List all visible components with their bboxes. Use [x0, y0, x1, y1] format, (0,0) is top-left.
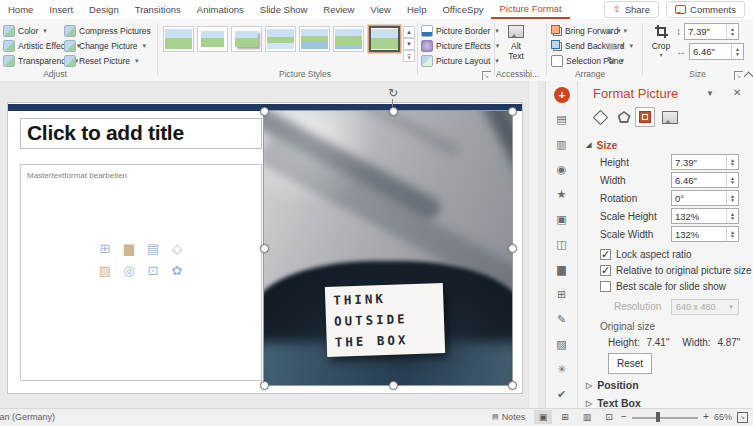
insert-icons-icon[interactable]: ✿ [172, 264, 183, 277]
spinner[interactable]: ▲▼ [726, 209, 738, 223]
image-icon[interactable]: ▤ [546, 113, 577, 126]
reset-button[interactable]: Reset [608, 353, 652, 374]
rotation-field[interactable]: ▲▼ [671, 190, 739, 206]
insert-3d-model-icon[interactable]: ◇ [172, 242, 182, 255]
library-icon[interactable]: ▥ [546, 138, 577, 151]
best-scale-checkbox[interactable]: Best scale for slide show [600, 281, 726, 292]
selected-picture[interactable]: THINK OUTSIDE THE BOX [264, 111, 512, 385]
alt-text-button[interactable]: Alt Text [498, 23, 534, 61]
relative-to-original-checkbox[interactable]: Relative to original picture size [600, 265, 752, 276]
reset-picture-button[interactable]: Reset Picture [64, 54, 139, 67]
rotate-button[interactable]: ↻ [607, 54, 624, 67]
spinner[interactable]: ▲▼ [726, 24, 738, 39]
insert-stock-image-icon[interactable]: ◎ [123, 264, 134, 277]
tab-slide-show[interactable]: Slide Show [252, 0, 316, 19]
shape-width-field[interactable]: ▲▼ [689, 43, 744, 60]
spinner[interactable]: ▲▼ [726, 227, 738, 241]
insert-chart-icon[interactable]: ▆ [124, 242, 134, 255]
height-field[interactable]: ▲▼ [671, 154, 739, 170]
scale-height-field[interactable]: ▲▼ [671, 208, 739, 224]
picture-style-2[interactable] [197, 26, 228, 52]
comments-button[interactable]: Comments [666, 1, 745, 18]
scribble-icon[interactable]: ✎ [546, 313, 577, 326]
scale-height-input[interactable] [672, 209, 726, 223]
resize-handle-bottom-center[interactable] [389, 381, 398, 390]
table-icon[interactable]: ⊞ [546, 288, 577, 301]
tab-effects[interactable] [614, 107, 634, 127]
spinner[interactable]: ▲▼ [726, 191, 738, 205]
shape-height-field[interactable]: ▲▼ [684, 23, 739, 40]
color-button[interactable]: Color [3, 24, 47, 37]
tab-animations[interactable]: Animations [189, 0, 252, 19]
lock-aspect-ratio-checkbox[interactable]: Lock aspect ratio [600, 249, 692, 260]
people-icon[interactable]: ◉ [546, 163, 577, 176]
zoom-slider-thumb[interactable] [656, 412, 660, 422]
bar-chart-icon[interactable]: ▆ [546, 263, 577, 276]
confetti-icon[interactable]: ✳ [546, 363, 577, 376]
star-icon[interactable]: ★ [546, 188, 577, 201]
resize-handle-top-right[interactable] [508, 107, 517, 116]
resize-handle-top-left[interactable] [260, 107, 269, 116]
zoom-slider-track[interactable] [632, 417, 698, 419]
insert-video-icon[interactable]: ⊡ [148, 264, 159, 277]
shape-height-input[interactable] [685, 24, 726, 39]
position-section-header[interactable]: ▷ Position [586, 379, 639, 391]
styles-scroll-down-button[interactable]: ▼ [403, 38, 415, 50]
tab-view[interactable]: View [362, 0, 398, 19]
tab-picture-format[interactable]: Picture Format [491, 0, 569, 19]
resize-handle-bottom-left[interactable] [260, 381, 269, 390]
insert-picture-icon[interactable]: ▨ [99, 264, 111, 277]
tab-home[interactable]: Home [0, 0, 41, 19]
crop-button[interactable]: Crop ▾ [648, 25, 674, 58]
picture-style-3[interactable] [231, 26, 262, 52]
panel-close-icon[interactable]: ✕ [733, 87, 741, 98]
insert-smartart-icon[interactable]: ▤ [147, 242, 159, 255]
slide-sorter-view-button[interactable]: ⊞ [556, 410, 574, 424]
rotation-input[interactable] [672, 191, 726, 205]
picture-style-1[interactable] [163, 26, 194, 52]
picture-style-5[interactable] [299, 26, 330, 52]
tab-transitions[interactable]: Transitions [127, 0, 189, 19]
resize-handle-middle-left[interactable] [260, 244, 269, 253]
clipboard-check-icon[interactable]: ✔ [546, 388, 577, 401]
spinner[interactable]: ▲▼ [726, 173, 738, 187]
fit-slide-to-window-icon[interactable]: ↘ [737, 412, 748, 423]
insert-table-icon[interactable]: ⊞ [100, 242, 111, 255]
addin-logo-icon[interactable]: + [554, 87, 570, 103]
title-placeholder[interactable]: Click to add title [20, 118, 262, 149]
tab-fill-line[interactable] [590, 107, 610, 127]
tab-insert[interactable]: Insert [41, 0, 81, 19]
tab-help[interactable]: Help [399, 0, 435, 19]
scale-width-input[interactable] [672, 227, 726, 241]
shape-width-input[interactable] [690, 44, 731, 59]
width-input[interactable] [672, 173, 726, 187]
scale-width-field[interactable]: ▲▼ [671, 226, 739, 242]
resize-handle-top-center[interactable] [389, 107, 398, 116]
height-input[interactable] [672, 155, 726, 169]
collapse-ribbon-button[interactable] [744, 72, 753, 82]
content-placeholder[interactable]: Mastertextformat bearbeiten ⊞ ▆ ▤ ◇ ▨ ◎ … [20, 164, 262, 381]
zoom-in-button[interactable]: + [703, 411, 709, 422]
styles-scroll-up-button[interactable]: ▲ [403, 26, 415, 38]
notes-button[interactable]: ▤ Notes [492, 412, 525, 422]
size-dialog-launcher[interactable]: ↘ [734, 71, 743, 80]
compress-pictures-button[interactable]: Compress Pictures [64, 24, 151, 37]
change-picture-button[interactable]: Change Picture [64, 39, 146, 52]
layout-columns-icon[interactable]: ◫ [546, 238, 577, 251]
picture-border-button[interactable]: Picture Border [421, 24, 499, 37]
size-section-header[interactable]: ◢ Size [586, 139, 617, 151]
zoom-level[interactable]: 65% [714, 412, 732, 422]
spinner[interactable]: ▲▼ [731, 44, 743, 59]
styles-more-button[interactable]: ⊽ [403, 50, 415, 62]
tab-picture[interactable] [660, 107, 680, 127]
spinner[interactable]: ▲▼ [726, 155, 738, 169]
zoom-out-button[interactable]: − [621, 411, 627, 422]
resize-handle-bottom-right[interactable] [508, 381, 517, 390]
picture-layout-button[interactable]: Picture Layout [421, 54, 499, 67]
rotation-handle[interactable]: ↻ [388, 87, 398, 99]
align-button[interactable]: ≡ [607, 24, 621, 37]
tab-size-properties[interactable] [635, 107, 655, 127]
panel-options-arrow-icon[interactable]: ▼ [706, 89, 714, 98]
share-button[interactable]: ⇧ Share [604, 1, 659, 18]
width-field[interactable]: ▲▼ [671, 172, 739, 188]
